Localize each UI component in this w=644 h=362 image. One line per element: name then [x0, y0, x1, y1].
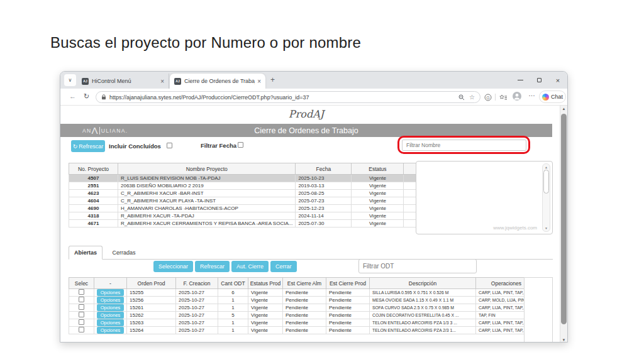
profile-avatar[interactable] [513, 92, 521, 103]
address-bar[interactable]: https://ajanajuliana.sytes.net/ProdAJ/Pr… [96, 91, 480, 103]
refrescar-button[interactable]: ↻ Refrescar [71, 140, 105, 152]
empty-side-column [524, 277, 553, 343]
projects-column-header[interactable]: Fecha [296, 163, 352, 175]
cerrar-button[interactable]: Cerrar [270, 261, 297, 272]
favorites-bar-icon[interactable] [499, 92, 508, 104]
odt-row[interactable]: Opciones152622025-10-275VigentePendiente… [69, 312, 537, 319]
scroll-down-icon[interactable]: ▼ [560, 338, 567, 342]
scroll-down-icon[interactable]: ▼ [543, 226, 550, 230]
refrescar-odt-button[interactable]: Refrescar [195, 261, 230, 272]
odt-column-header[interactable]: Selec [69, 278, 94, 289]
row-checkbox[interactable] [79, 327, 84, 332]
tab-cierre-ordenes[interactable]: AJ Cierre de Ordenes de Trabajo × [170, 74, 265, 89]
new-tab-button[interactable]: + [270, 75, 275, 84]
row-checkbox[interactable] [79, 289, 84, 295]
cell-no-proyecto: 4507 [69, 175, 118, 182]
extension-icon[interactable]: G [484, 92, 492, 104]
close-window-button[interactable]: × [548, 72, 567, 89]
include-concluded-checkbox[interactable] [167, 143, 172, 148]
close-tab-icon[interactable]: × [257, 78, 261, 85]
cell-estatus-prod: Vigente [248, 319, 283, 327]
scroll-up-icon[interactable]: ▲ [543, 165, 550, 169]
zoom-out-icon[interactable] [458, 94, 465, 101]
toolbar-divider [495, 94, 496, 101]
cell-f-creacion: 2025-10-27 [176, 289, 218, 297]
odt-row[interactable]: Opciones152552025-10-276VigentePendiente… [69, 289, 537, 297]
tab-search-button[interactable]: ∨ [64, 74, 76, 86]
filter-odt-input[interactable] [358, 259, 477, 273]
cell-est-cierre-alm: Pendiente [283, 327, 326, 334]
scroll-thumb[interactable] [543, 170, 549, 194]
row-checkbox[interactable] [79, 297, 84, 302]
cell-est-cierre-alm: Pendiente [283, 297, 326, 304]
tab-abiertas[interactable]: Abiertas [69, 246, 103, 260]
opciones-button[interactable]: Opciones [97, 297, 125, 304]
row-checkbox[interactable] [79, 312, 84, 317]
cell-est-cierre-prod: Pendiente [326, 304, 370, 312]
tab-strip: ∨ AJ HiControl Menú × AJ Cierre de Orden… [60, 72, 567, 89]
odt-column-header[interactable]: Est Cierre Alm [283, 278, 326, 289]
aut-cierre-button[interactable]: Aut. Cierre [231, 261, 269, 272]
cell-cant-odt: 1 [218, 297, 248, 304]
cell-cant-odt: 1 [218, 304, 248, 312]
copilot-chat-button[interactable]: Chat [539, 90, 566, 103]
odt-column-header[interactable]: Orden Prod [127, 278, 176, 289]
cell-descripcion: TELON ENTELADO ARCOIRIS PZA 1/3 3 ... [370, 319, 476, 327]
odt-column-header[interactable]: Descripción [370, 278, 476, 289]
odt-column-header[interactable]: Est Cierre Prod [326, 278, 370, 289]
project-row[interactable]: 4318R_ABIMERHI XACUR -TA-PDAJ2024-11-14V… [69, 212, 447, 220]
project-row[interactable]: 25512063B DISEÑO MOBILIARIO 2 20192019-0… [69, 182, 447, 190]
row-checkbox[interactable] [79, 304, 84, 310]
restore-button[interactable] [530, 72, 548, 89]
project-row[interactable]: 4623C_R_ABIMERHI XACUR -BAR-INST2025-08-… [69, 190, 447, 197]
odt-column-header[interactable]: F. Creacion [176, 278, 218, 289]
minimize-button[interactable] [511, 72, 530, 89]
tab-hicontrol-menu[interactable]: AJ HiControl Menú × [77, 74, 169, 89]
projects-column-header[interactable]: Nombre Proyecto [118, 163, 296, 175]
project-row[interactable]: 4507R_LUIS SAIDEN REVISION MOB -TA-PDAJ2… [69, 175, 447, 182]
page-scrollbar[interactable]: ▲ ▼ [560, 106, 567, 343]
odt-row[interactable]: Opciones152612025-10-271VigentePendiente… [69, 304, 537, 312]
odt-row[interactable]: Opciones152642025-10-271VigentePendiente… [69, 327, 537, 334]
panel-scrollbar[interactable]: ▲ ▼ [542, 163, 550, 232]
cell-fecha: 2025-07-30 [296, 220, 352, 228]
project-row[interactable]: 4671R_ABIMERHI XACUR CERRAMIENTOS Y REPI… [69, 220, 447, 228]
odt-row[interactable]: Opciones152632025-10-271VigentePendiente… [69, 319, 537, 327]
site-favicon: AJ [174, 78, 181, 85]
cell-fecha: 2025-07-23 [296, 197, 352, 205]
close-tab-icon[interactable]: × [160, 78, 164, 85]
opciones-button[interactable]: Opciones [97, 327, 125, 334]
opciones-button[interactable]: Opciones [97, 304, 125, 311]
opciones-button[interactable]: Opciones [97, 312, 125, 319]
cell-cant-odt: 6 [218, 289, 248, 297]
tab-cerradas[interactable]: Cerradas [104, 246, 143, 260]
back-button[interactable]: ← [69, 92, 76, 100]
opciones-button[interactable]: Opciones [97, 319, 125, 326]
project-row[interactable]: 4604C_R_ABIMERHI XACUR PLAYA -TA-INST202… [69, 197, 447, 205]
opciones-button[interactable]: Opciones [97, 289, 125, 296]
favorite-star-icon[interactable]: ☆ [469, 94, 475, 101]
refresh-button[interactable]: ↻ [84, 92, 89, 101]
cell-descripcion: MESA OVOIDE SADA 1.15 X 0.49 X 1.1 M [370, 297, 476, 304]
refrescar-label: Refrescar [79, 143, 103, 150]
cell-fecha: 2025-12-23 [296, 205, 352, 212]
more-menu-icon[interactable]: … [528, 90, 536, 97]
odt-column-header[interactable]: - [94, 278, 127, 289]
seleccionar-button[interactable]: Seleccionar [153, 261, 193, 272]
cell-est-cierre-prod: Pendiente [326, 327, 370, 334]
odt-row[interactable]: Opciones152562025-10-271VigentePendiente… [69, 297, 537, 304]
cell-descripcion: SILLA LURISA 0.595 X 0.751 X 0.526 M [370, 289, 476, 297]
page-title: Cierre de Ordenes de Trabajo [60, 126, 552, 135]
cell-orden-prod: 15256 [127, 297, 176, 304]
odt-column-header[interactable]: Cant ODT [218, 278, 248, 289]
filter-date-checkbox[interactable] [238, 142, 243, 148]
projects-column-header[interactable]: Estatus [352, 163, 404, 175]
projects-column-header[interactable]: No. Proyecto [69, 163, 118, 175]
row-checkbox[interactable] [79, 319, 84, 325]
project-row[interactable]: 4690H_AMANVARI CHAROLAS -HABITACIONES-AC… [69, 205, 447, 212]
odt-column-header[interactable]: Estatus Prod [248, 278, 283, 289]
scroll-up-icon[interactable]: ▲ [560, 107, 567, 111]
cell-descripcion: COJIN DECORATIVO ESTRELLITA 0.45 X ... [370, 312, 476, 319]
scroll-thumb[interactable] [561, 114, 567, 324]
cell-orden-prod: 15255 [127, 289, 176, 297]
